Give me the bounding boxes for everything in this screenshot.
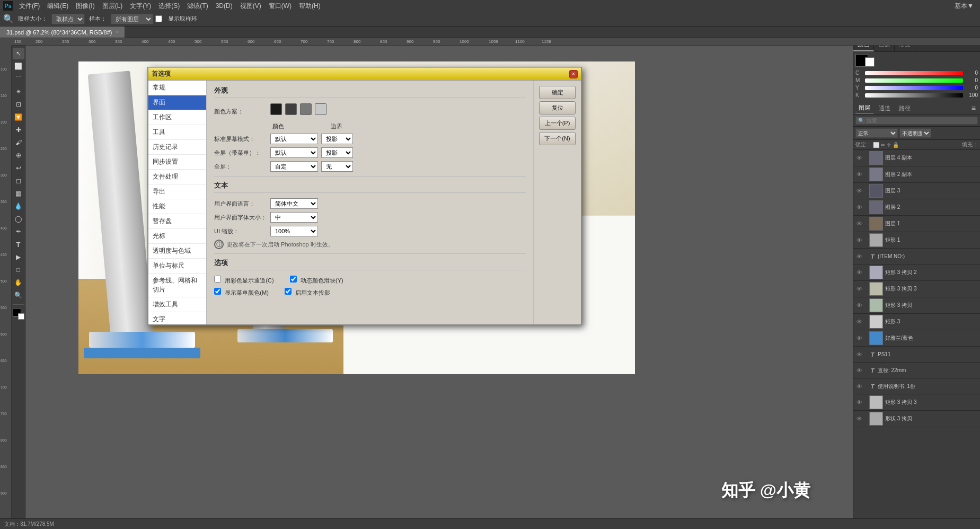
- blue-slider[interactable]: [865, 86, 963, 90]
- cb2-label[interactable]: 动态颜色滑块(Y): [290, 276, 343, 285]
- layer-item[interactable]: 👁 矩形 3 拷贝 3: [853, 281, 980, 297]
- layer-item[interactable]: 👁 图层 3: [853, 183, 980, 199]
- blend-mode-select[interactable]: 正常: [855, 128, 898, 138]
- cb1-checkbox[interactable]: [214, 276, 221, 283]
- tool-healing[interactable]: ✚: [13, 124, 24, 136]
- alpha-slider[interactable]: [865, 93, 963, 98]
- nav-cursors[interactable]: 光标: [148, 229, 206, 244]
- nav-sync[interactable]: 同步设置: [148, 155, 206, 170]
- nav-units[interactable]: 单位与标尺: [148, 259, 206, 274]
- nav-transparency[interactable]: 透明度与色域: [148, 244, 206, 259]
- layer-visibility-icon[interactable]: 👁: [855, 334, 863, 342]
- layer-visibility-icon[interactable]: 👁: [855, 236, 863, 244]
- swatch-darkgray[interactable]: [285, 103, 297, 115]
- cb4-checkbox[interactable]: [285, 288, 292, 295]
- menu-edit[interactable]: 编辑(E): [44, 1, 72, 12]
- lang-select[interactable]: 简体中文: [270, 198, 318, 209]
- layer-item[interactable]: 👁 T 使用说明书: 1份: [853, 378, 980, 394]
- layer-visibility-icon[interactable]: 👁: [855, 383, 863, 390]
- tool-blur[interactable]: 💧: [13, 200, 24, 212]
- nav-performance[interactable]: 性能: [148, 199, 206, 214]
- fullscreen-border-select[interactable]: 无: [321, 161, 353, 172]
- nav-export[interactable]: 导出: [148, 184, 206, 199]
- layer-visibility-icon[interactable]: 👁: [855, 415, 863, 422]
- ok-button[interactable]: 确定: [539, 86, 576, 99]
- nav-type[interactable]: 文字: [148, 312, 206, 324]
- cb3-label[interactable]: 显示菜单颜色(M): [214, 288, 269, 297]
- tool-dodge[interactable]: ◯: [13, 213, 24, 225]
- cb2-checkbox[interactable]: [290, 276, 297, 283]
- tool-history-brush[interactable]: ↩: [13, 162, 24, 174]
- nav-file-handling[interactable]: 文件处理: [148, 170, 206, 184]
- layer-visibility-icon[interactable]: 👁: [855, 253, 863, 260]
- layer-search-input[interactable]: [867, 118, 975, 124]
- opacity-select[interactable]: 不透明度: [899, 128, 931, 138]
- tool-marquee[interactable]: ⬜: [13, 60, 24, 72]
- layer-visibility-icon[interactable]: 👁: [855, 187, 863, 195]
- layer-visibility-icon[interactable]: 👁: [855, 367, 863, 374]
- tool-type[interactable]: T: [13, 239, 24, 250]
- tool-lasso[interactable]: ⌒: [13, 73, 24, 85]
- foreground-bg-colors[interactable]: [13, 308, 24, 320]
- font-size-select[interactable]: 中: [270, 212, 318, 223]
- lock-transparent-icon[interactable]: ⬜: [873, 142, 879, 148]
- cb4-label[interactable]: 启用文本投影: [285, 288, 330, 297]
- cb3-checkbox[interactable]: [214, 288, 221, 295]
- tool-eraser[interactable]: ◻: [13, 175, 24, 187]
- fullscreen-menu-color-select[interactable]: 默认: [270, 147, 318, 158]
- layer-visibility-icon[interactable]: 👁: [855, 318, 863, 325]
- nav-workspace[interactable]: 工作区: [148, 110, 206, 125]
- tool-clone[interactable]: ⊕: [13, 149, 24, 161]
- workspace-button[interactable]: 基本▼: [951, 1, 977, 12]
- layer-visibility-icon[interactable]: 👁: [855, 269, 863, 276]
- nav-plugins[interactable]: 增效工具: [148, 297, 206, 312]
- green-slider[interactable]: [865, 78, 963, 83]
- lock-image-icon[interactable]: ✏: [881, 142, 885, 148]
- cb1-label[interactable]: 用彩色显示通道(C): [214, 276, 274, 285]
- nav-tools[interactable]: 工具: [148, 125, 206, 140]
- layer-item[interactable]: 👁 图层 2: [853, 199, 980, 216]
- reset-button[interactable]: 复位: [539, 101, 576, 114]
- fullscreen-menu-border-select[interactable]: 投影: [321, 147, 353, 158]
- dialog-close-button[interactable]: ×: [569, 70, 578, 78]
- swatch-gray[interactable]: [300, 103, 312, 115]
- tool-hand[interactable]: ✋: [13, 277, 24, 288]
- tool-pen[interactable]: ✒: [13, 226, 24, 237]
- next-button[interactable]: 下一个(N): [539, 132, 576, 145]
- standard-color-select[interactable]: 默认: [270, 134, 318, 144]
- nav-history[interactable]: 历史记录: [148, 140, 206, 155]
- layer-item[interactable]: 👁 图层 2 副本: [853, 166, 980, 183]
- menu-help[interactable]: 帮助(H): [296, 1, 324, 12]
- layer-item[interactable]: 👁 T PS11: [853, 347, 980, 363]
- layer-item[interactable]: 👁 形状 3 拷贝: [853, 411, 980, 427]
- swatch-lightgray[interactable]: [315, 103, 326, 115]
- layer-visibility-icon[interactable]: 👁: [855, 204, 863, 211]
- fullscreen-color-select[interactable]: 自定: [270, 161, 318, 172]
- tool-move[interactable]: ↖: [13, 48, 24, 59]
- layer-visibility-icon[interactable]: 👁: [855, 399, 863, 406]
- tool-magic-wand[interactable]: ✴: [13, 86, 24, 98]
- layer-visibility-icon[interactable]: 👁: [855, 154, 863, 162]
- tab-channels[interactable]: 通道: [876, 103, 894, 113]
- menu-file[interactable]: 文件(F): [16, 1, 43, 12]
- menu-filter[interactable]: 滤镜(T): [184, 1, 211, 12]
- menu-layer[interactable]: 图层(L): [99, 1, 126, 12]
- nav-scratch[interactable]: 暂存盘: [148, 214, 206, 229]
- tool-zoom[interactable]: 🔍: [13, 289, 24, 301]
- nav-general[interactable]: 常规: [148, 81, 206, 95]
- menu-window[interactable]: 窗口(W): [266, 1, 295, 12]
- tool-eyedropper[interactable]: 🔽: [13, 111, 24, 123]
- tool-path-select[interactable]: ▶: [13, 251, 24, 263]
- prev-button[interactable]: 上一个(P): [539, 117, 576, 130]
- red-slider[interactable]: [865, 71, 963, 75]
- layer-item[interactable]: 👁 矩形 3 拷贝 2: [853, 264, 980, 281]
- layer-visibility-icon[interactable]: 👁: [855, 351, 863, 358]
- tool-gradient[interactable]: ▦: [13, 188, 24, 199]
- layer-item[interactable]: 👁 矩形 3: [853, 314, 980, 330]
- lock-position-icon[interactable]: ✛: [887, 142, 891, 148]
- layer-item[interactable]: 👁 矩形 3 拷贝 3: [853, 394, 980, 411]
- layer-visibility-icon[interactable]: 👁: [855, 171, 863, 178]
- layer-visibility-icon[interactable]: 👁: [855, 285, 863, 293]
- tool-shape[interactable]: □: [13, 264, 24, 276]
- menu-image[interactable]: 图像(I): [73, 1, 98, 12]
